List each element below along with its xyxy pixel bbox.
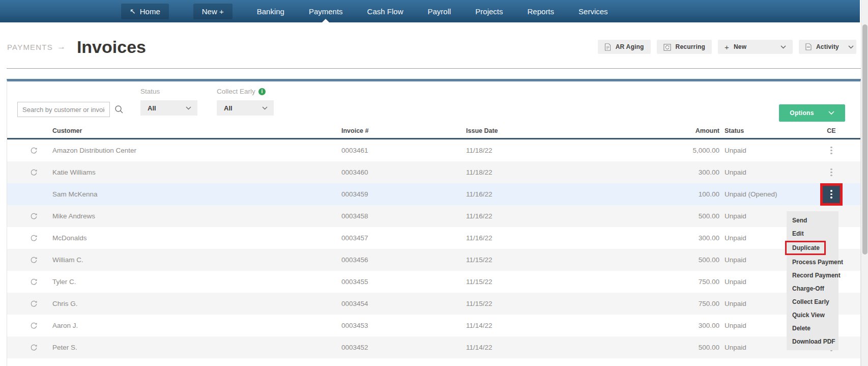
collect-early-filter-label: Collect Early i bbox=[217, 88, 274, 95]
nav-item-home[interactable]: ↖ Home bbox=[121, 0, 169, 22]
status-filter-value: All bbox=[148, 104, 156, 112]
issue-date-cell: 11/16/22 bbox=[466, 190, 592, 198]
amount-cell: 300.00 bbox=[592, 234, 719, 242]
invoice-number-cell: 0003455 bbox=[341, 278, 466, 286]
recurring-sync-icon bbox=[30, 168, 38, 176]
recurring-sync-icon bbox=[30, 147, 38, 154]
invoice-number-cell: 0003458 bbox=[341, 212, 466, 220]
info-icon[interactable]: i bbox=[258, 88, 266, 95]
recurring-sync-icon bbox=[30, 212, 38, 220]
search-button[interactable] bbox=[110, 102, 128, 117]
table-row[interactable]: William C. 0003456 11/15/22 500.00 Unpai… bbox=[7, 249, 860, 271]
home-arrow-icon: ↖ bbox=[130, 7, 136, 15]
nav-item-payroll[interactable]: Payroll bbox=[427, 0, 451, 22]
table-row[interactable]: Katie Williams 0003460 11/18/22 300.00 U… bbox=[7, 161, 860, 183]
invoices-card: Status All Collect Early i All bbox=[7, 79, 861, 366]
report-document-icon bbox=[604, 43, 611, 51]
column-header-issue-date: Issue Date bbox=[466, 127, 592, 134]
options-button[interactable]: Options bbox=[779, 104, 845, 122]
ar-aging-button[interactable]: AR Aging bbox=[598, 40, 651, 54]
customer-cell: Mike Andrews bbox=[52, 212, 341, 220]
column-header-amount: Amount bbox=[592, 127, 719, 134]
customer-cell: Aaron J. bbox=[52, 322, 341, 329]
scrollbar-thumb[interactable] bbox=[862, 24, 867, 255]
column-header-customer: Customer bbox=[52, 127, 341, 134]
context-menu-item[interactable]: Delete bbox=[787, 322, 838, 335]
activity-document-icon bbox=[805, 43, 812, 50]
customer-cell: Katie Williams bbox=[52, 168, 341, 176]
nav-item-cash-flow[interactable]: Cash Flow bbox=[367, 0, 403, 22]
nav-item-services[interactable]: Services bbox=[578, 0, 608, 22]
issue-date-cell: 11/14/22 bbox=[466, 344, 592, 351]
amount-cell: 300.00 bbox=[592, 322, 719, 329]
invoice-number-cell: 0003453 bbox=[341, 322, 466, 329]
nav-item-reports[interactable]: Reports bbox=[528, 0, 555, 22]
status-filter-label: Status bbox=[140, 88, 197, 95]
amount-cell: 300.00 bbox=[592, 168, 719, 176]
chevron-down-icon bbox=[262, 106, 268, 110]
nav-item-new[interactable]: New + bbox=[193, 0, 233, 22]
amount-cell: 750.00 bbox=[592, 300, 719, 307]
column-header-status: Status bbox=[719, 127, 807, 134]
invoice-number-cell: 0003459 bbox=[341, 190, 466, 198]
breadcrumb[interactable]: PAYMENTS bbox=[7, 43, 53, 51]
row-actions-context-menu: Send Edit Duplicate Process Payment Reco… bbox=[787, 211, 838, 350]
search-input[interactable] bbox=[17, 102, 110, 117]
recurring-sync-icon bbox=[30, 278, 38, 286]
customer-cell: Chris G. bbox=[52, 300, 341, 307]
context-menu-item[interactable]: Record Payment bbox=[787, 269, 838, 282]
header-divider bbox=[7, 68, 861, 69]
customer-cell: Tyler C. bbox=[52, 278, 341, 286]
recurring-button[interactable]: Recurring bbox=[657, 40, 712, 54]
context-menu-item[interactable]: Send bbox=[787, 214, 838, 227]
issue-date-cell: 11/16/22 bbox=[466, 234, 592, 242]
page-header: PAYMENTS → Invoices AR Aging Recurring +… bbox=[7, 32, 856, 62]
table-row[interactable]: Mike Andrews 0003458 11/16/22 500.00 Unp… bbox=[7, 205, 860, 227]
recurring-sync-icon bbox=[30, 300, 38, 307]
context-menu-item[interactable]: Quick View bbox=[787, 308, 838, 322]
row-actions-menu-button[interactable] bbox=[823, 142, 840, 159]
table-row[interactable]: Chris G. 0003454 11/15/22 750.00 Unpaid bbox=[7, 293, 860, 315]
table-row[interactable]: Amazon Distribution Center 0003461 11/18… bbox=[7, 139, 860, 161]
filters-bar: Status All Collect Early i All bbox=[7, 81, 860, 123]
row-actions-menu-button[interactable] bbox=[820, 183, 843, 206]
page-title: Invoices bbox=[77, 37, 146, 57]
collect-early-filter-dropdown[interactable]: All bbox=[217, 100, 274, 116]
nav-new-label: New + bbox=[202, 7, 224, 16]
activity-button[interactable]: Activity bbox=[799, 40, 856, 54]
context-menu-item[interactable]: Charge-Off bbox=[787, 282, 838, 295]
recurring-sync-icon bbox=[30, 344, 38, 351]
table-row[interactable]: Peter S. 0003452 11/14/22 500.00 Unpaid bbox=[7, 336, 860, 358]
status-filter-dropdown[interactable]: All bbox=[140, 100, 197, 116]
invoice-number-cell: 0003461 bbox=[341, 147, 466, 154]
recurring-sync-icon bbox=[30, 322, 38, 329]
nav-item-payments[interactable]: Payments bbox=[309, 0, 343, 22]
top-nav: ↖ Home New + Banking Payments Cash Flow … bbox=[0, 0, 860, 22]
breadcrumb-arrow-icon: → bbox=[57, 42, 66, 52]
context-menu-item[interactable]: Process Payment bbox=[787, 256, 838, 269]
context-menu-item[interactable]: Duplicate bbox=[785, 241, 826, 255]
table-row[interactable]: Sam McKenna 0003459 11/16/22 100.00 Unpa… bbox=[7, 183, 860, 205]
nav-item-projects[interactable]: Projects bbox=[475, 0, 503, 22]
amount-cell: 750.00 bbox=[592, 278, 719, 286]
invoice-number-cell: 0003456 bbox=[341, 256, 466, 264]
context-menu-item[interactable]: Collect Early bbox=[787, 295, 838, 308]
chevron-down-icon bbox=[780, 45, 786, 49]
status-cell: Unpaid bbox=[719, 168, 807, 176]
new-invoice-button[interactable]: + New bbox=[718, 40, 793, 54]
chevron-down-icon bbox=[828, 111, 834, 115]
context-menu-item[interactable]: Edit bbox=[787, 227, 838, 240]
issue-date-cell: 11/15/22 bbox=[466, 278, 592, 286]
status-cell: Unpaid bbox=[719, 147, 807, 154]
chevron-down-icon bbox=[848, 45, 854, 49]
table-row[interactable]: Aaron J. 0003453 11/14/22 300.00 Unpaid bbox=[7, 315, 860, 336]
row-actions-menu-button[interactable] bbox=[823, 164, 840, 181]
table-row[interactable]: Tyler C. 0003455 11/15/22 750.00 Unpaid bbox=[7, 271, 860, 293]
column-header-invoice: Invoice # bbox=[341, 127, 466, 134]
context-menu-item[interactable]: Download PDF bbox=[787, 335, 838, 348]
nav-item-banking[interactable]: Banking bbox=[257, 0, 284, 22]
issue-date-cell: 11/16/22 bbox=[466, 212, 592, 220]
issue-date-cell: 11/15/22 bbox=[466, 300, 592, 307]
amount-cell: 500.00 bbox=[592, 256, 719, 264]
table-row[interactable]: McDonalds 0003457 11/16/22 300.00 Unpaid bbox=[7, 227, 860, 249]
